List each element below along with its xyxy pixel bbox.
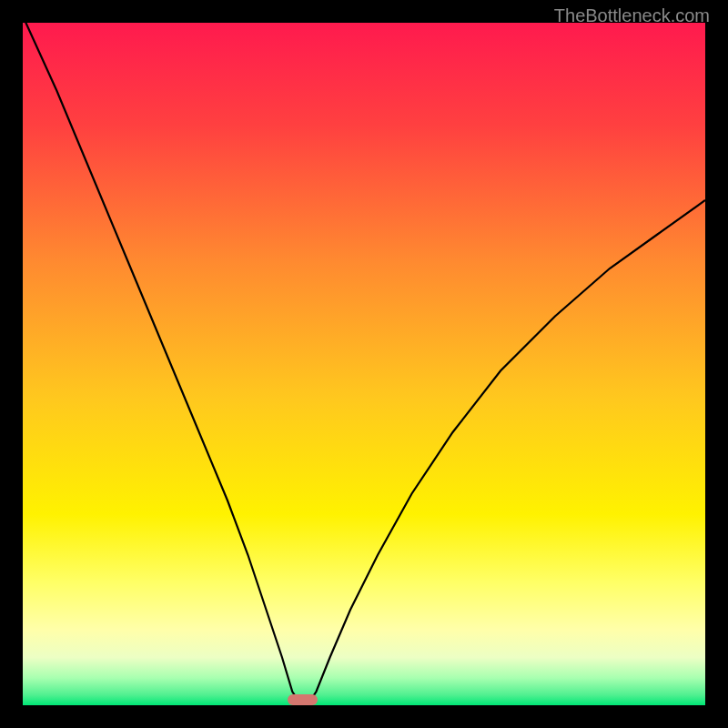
chart-plot-area: [23, 23, 705, 705]
bottleneck-curve: [23, 23, 705, 705]
optimal-marker: [288, 694, 318, 704]
attribution-text: TheBottleneck.com: [554, 5, 710, 26]
